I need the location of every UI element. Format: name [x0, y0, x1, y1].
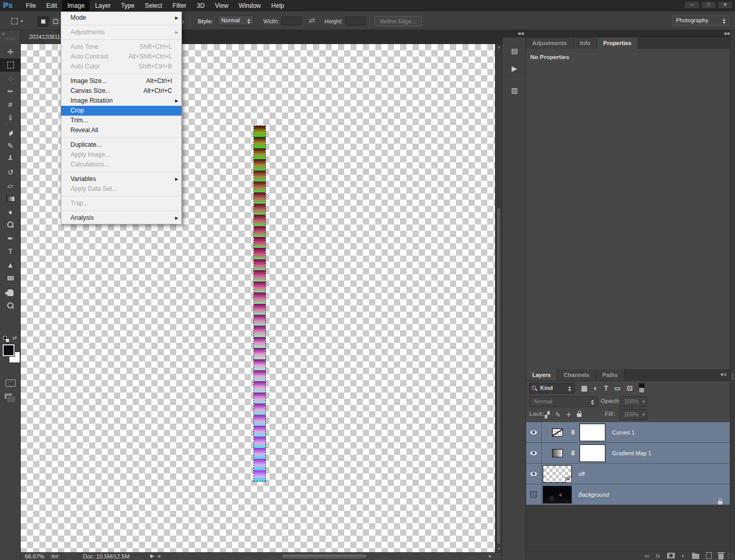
scroll-right-icon[interactable]: ▶: [489, 554, 492, 558]
layer-thumbnail[interactable]: [543, 486, 572, 503]
layer-mask-thumbnail[interactable]: [579, 424, 605, 441]
menubar-item-layer[interactable]: Layer: [90, 0, 116, 11]
menu-item-reveal-all[interactable]: Reveal All: [61, 125, 181, 135]
menu-item-variables[interactable]: Variables▶: [61, 174, 181, 184]
shape-tool[interactable]: [0, 272, 21, 285]
lock-paint-icon[interactable]: ✎: [555, 411, 560, 418]
panel-edge-handle[interactable]: [731, 372, 734, 381]
new-adjustment-layer-icon[interactable]: ◐: [682, 553, 685, 559]
quick-selection-tool[interactable]: ✏: [0, 85, 21, 98]
dodge-tool[interactable]: [0, 219, 21, 232]
swap-colors-icon[interactable]: ⇄: [12, 335, 17, 341]
menu-item-canvas-size[interactable]: Canvas Size...Alt+Ctrl+C: [61, 86, 181, 96]
lock-transparency-icon[interactable]: ▞: [545, 411, 549, 418]
menu-item-image-rotation[interactable]: Image Rotation▶: [61, 96, 181, 106]
tab-paths[interactable]: Paths: [596, 369, 625, 381]
menubar-item-select[interactable]: Select: [139, 0, 167, 11]
menubar-item-edit[interactable]: Edit: [41, 0, 62, 11]
tab-channels[interactable]: Channels: [557, 369, 596, 381]
menu-item-crop[interactable]: Crop: [61, 106, 181, 116]
status-menu-arrow-icon[interactable]: ▶: [150, 553, 154, 558]
quick-mask-button[interactable]: [6, 380, 16, 387]
menubar-item-type[interactable]: Type: [116, 0, 139, 11]
opacity-select[interactable]: 100%: [619, 396, 647, 407]
menubar-item-window[interactable]: Window: [234, 0, 266, 11]
link-layers-icon[interactable]: ∞: [645, 553, 649, 559]
resize-grip[interactable]: [728, 553, 734, 559]
swap-width-height-icon[interactable]: ⇄: [309, 16, 315, 24]
width-input[interactable]: [281, 17, 302, 25]
filter-kind-select[interactable]: Kind: [529, 383, 575, 394]
tab-adjustments[interactable]: Adjustments: [526, 37, 574, 49]
maximize-button[interactable]: □: [701, 1, 716, 9]
layer-row-off[interactable]: off: [526, 464, 730, 484]
spot-healing-brush-tool[interactable]: ▰: [0, 126, 21, 139]
type-tool[interactable]: T: [0, 245, 21, 258]
visibility-toggle[interactable]: [526, 443, 542, 464]
visibility-toggle[interactable]: [526, 464, 542, 484]
menubar-item-view[interactable]: View: [210, 0, 234, 11]
tool-preset-picker[interactable]: ▼: [11, 15, 30, 27]
delete-layer-icon[interactable]: [718, 554, 724, 559]
scroll-left-icon[interactable]: ◀: [157, 554, 160, 558]
fill-select[interactable]: 100%: [619, 409, 647, 420]
menu-item-mode[interactable]: Mode▶: [61, 13, 181, 23]
workspace-select[interactable]: Photography: [672, 16, 729, 25]
style-select[interactable]: Normal: [218, 16, 254, 25]
filter-pixel-layers-icon[interactable]: ▨: [581, 384, 587, 392]
selected-gradient-strip[interactable]: [254, 126, 265, 481]
filter-type-layers-icon[interactable]: T: [604, 384, 608, 392]
lasso-tool[interactable]: ◌: [0, 72, 21, 85]
menubar-item-filter[interactable]: Filter: [167, 0, 192, 11]
move-tool[interactable]: ✛: [0, 45, 21, 58]
visibility-toggle[interactable]: [526, 484, 542, 505]
hand-tool[interactable]: [0, 286, 21, 299]
zoom-tool[interactable]: [0, 300, 21, 313]
menubar-item-file[interactable]: File: [21, 0, 41, 11]
crop-tool[interactable]: #: [0, 98, 21, 111]
layer-effects-icon[interactable]: fx: [656, 553, 660, 559]
toolbar-grip[interactable]: [5, 38, 16, 40]
foreground-color-swatch[interactable]: [3, 344, 15, 356]
status-options-icon[interactable]: ⚙↺: [48, 553, 61, 559]
menu-item-trim[interactable]: Trim...: [61, 116, 181, 125]
layer-mask-thumbnail[interactable]: [579, 444, 605, 462]
zoom-level-field[interactable]: 66.67%: [25, 553, 44, 559]
layer-row-curves-1[interactable]: 8Curves 1: [526, 422, 730, 443]
pen-tool[interactable]: ✒: [0, 232, 21, 245]
refine-edge-button[interactable]: Refine Edge...: [374, 16, 422, 26]
gradient-map-thumbnail[interactable]: [552, 449, 563, 457]
blend-mode-select[interactable]: Normal: [529, 396, 598, 407]
new-layer-icon[interactable]: [706, 552, 712, 559]
history-panel-icon[interactable]: ▤: [502, 47, 527, 55]
visibility-toggle[interactable]: [526, 422, 542, 443]
horizontal-scrollbar-thumb[interactable]: [281, 554, 367, 559]
lock-position-icon[interactable]: ✛: [566, 411, 571, 418]
layer-row-gradient-map-1[interactable]: 8Gradient Map 1: [526, 443, 730, 464]
rectangular-marquee-tool[interactable]: [0, 59, 21, 72]
path-selection-tool[interactable]: ▲: [0, 258, 21, 271]
brush-tool[interactable]: ✎: [0, 139, 21, 152]
close-button[interactable]: ✕: [717, 1, 733, 9]
screen-mode-button[interactable]: [4, 393, 12, 399]
filter-on-off-toggle[interactable]: [639, 383, 645, 393]
lock-all-icon[interactable]: [577, 413, 582, 417]
menu-item-duplicate[interactable]: Duplicate...: [61, 140, 181, 150]
curves-thumbnail[interactable]: [552, 428, 563, 437]
blur-tool[interactable]: ♦: [0, 205, 21, 218]
menubar-item-help[interactable]: Help: [266, 0, 289, 11]
height-input[interactable]: [345, 17, 366, 25]
tab-info[interactable]: Info: [574, 37, 597, 49]
clone-stamp-tool[interactable]: ┸: [0, 152, 21, 165]
menubar-item-image[interactable]: Image: [62, 0, 90, 11]
layers-panel-menu-icon[interactable]: ▾≡: [720, 371, 727, 378]
tab-properties[interactable]: Properties: [597, 37, 638, 49]
layer-thumbnail[interactable]: [543, 465, 572, 483]
expand-panels-icon[interactable]: ◀◀: [517, 31, 524, 36]
vertical-scrollbar-thumb[interactable]: [497, 207, 501, 544]
toolbar-collapse-icon[interactable]: »: [2, 31, 5, 36]
history-brush-tool[interactable]: ↺: [0, 166, 21, 179]
menu-item-image-size[interactable]: Image Size...Alt+Ctrl+I: [61, 76, 181, 86]
vertical-scrollbar[interactable]: ▲ ▼: [495, 44, 502, 552]
tab-layers[interactable]: Layers: [526, 369, 557, 381]
